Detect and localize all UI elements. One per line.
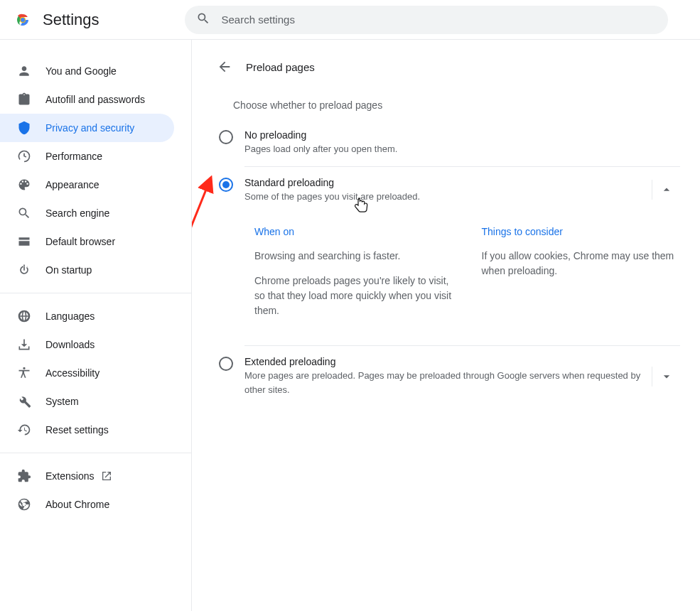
nav-item-search-engine[interactable]: Search engine <box>0 199 174 227</box>
option-extended-preloading[interactable]: Extended preloadingMore pages are preloa… <box>212 346 680 406</box>
nav-label: You and Google <box>45 65 117 77</box>
nav-item-privacy-and-security[interactable]: Privacy and security <box>0 114 174 142</box>
section-intro: Choose whether to preload pages <box>233 99 680 111</box>
details-text: Chrome preloads pages you're likely to v… <box>254 274 453 318</box>
settings-content: Preload pages Choose whether to preload … <box>192 40 700 611</box>
search-icon <box>196 11 210 28</box>
nav-label: Default browser <box>45 236 115 247</box>
clipboard-icon <box>17 92 31 107</box>
person-icon <box>17 64 31 78</box>
nav-item-on-startup[interactable]: On startup <box>0 256 174 284</box>
option-title: No preloading <box>244 129 680 141</box>
expand-toggle[interactable] <box>652 180 680 200</box>
external-link-icon <box>101 470 112 482</box>
nav-item-default-browser[interactable]: Default browser <box>0 227 174 256</box>
option-details: When onBrowsing and searching is faster.… <box>254 226 680 328</box>
download-icon <box>17 337 31 352</box>
nav-item-you-and-google[interactable]: You and Google <box>0 57 174 85</box>
details-heading-consider: Things to consider <box>482 226 681 237</box>
details-heading-when-on: When on <box>254 226 453 237</box>
window-icon <box>17 234 31 249</box>
nav-item-downloads[interactable]: Downloads <box>0 330 174 359</box>
nav-label: Reset settings <box>45 424 109 436</box>
details-text: Browsing and searching is faster. <box>254 249 453 264</box>
nav-item-performance[interactable]: Performance <box>0 142 174 171</box>
nav-item-appearance[interactable]: Appearance <box>0 171 174 199</box>
nav-item-extensions[interactable]: Extensions <box>0 462 174 490</box>
page-title: Preload pages <box>246 61 315 73</box>
app-header: Settings <box>0 0 700 40</box>
nav-item-reset-settings[interactable]: Reset settings <box>0 416 174 444</box>
svg-line-2 <box>192 179 210 260</box>
back-button[interactable] <box>212 54 237 80</box>
wrench-icon <box>17 394 31 409</box>
magnify-icon <box>17 206 31 220</box>
nav-label: Performance <box>45 151 102 162</box>
option-desc: Pages load only after you open them. <box>244 142 680 156</box>
nav-label: About Chrome <box>45 499 109 510</box>
option-desc: Some of the pages you visit are preloade… <box>244 190 646 204</box>
expand-toggle[interactable] <box>652 367 680 386</box>
chrome-outline-icon <box>17 497 31 512</box>
nav-label: Privacy and security <box>45 122 134 134</box>
globe-icon <box>17 309 31 323</box>
power-icon <box>17 263 31 277</box>
nav-item-languages[interactable]: Languages <box>0 302 174 330</box>
app-title: Settings <box>43 11 99 29</box>
nav-label: Search engine <box>45 207 109 219</box>
puzzle-icon <box>17 469 31 483</box>
radio-no-preloading[interactable] <box>219 130 233 144</box>
nav-label: Extensions <box>45 470 94 482</box>
nav-label: Autofill and passwords <box>45 94 145 105</box>
radio-extended-preloading[interactable] <box>219 357 233 371</box>
option-standard-preloading[interactable]: Standard preloadingSome of the pages you… <box>212 167 680 214</box>
nav-label: Languages <box>45 310 95 322</box>
shield-icon <box>17 121 31 135</box>
restore-icon <box>17 423 31 437</box>
nav-label: Accessibility <box>45 367 99 379</box>
settings-sidebar: You and GoogleAutofill and passwordsPriv… <box>0 40 192 611</box>
nav-item-accessibility[interactable]: Accessibility <box>0 359 174 387</box>
preload-options-list: No preloadingPages load only after you o… <box>212 119 680 406</box>
tachometer-icon <box>17 149 31 163</box>
nav-item-autofill-and-passwords[interactable]: Autofill and passwords <box>0 85 174 114</box>
nav-label: On startup <box>45 264 92 276</box>
search-settings-box[interactable] <box>185 6 668 34</box>
accessibility-icon <box>17 366 31 380</box>
option-no-preloading[interactable]: No preloadingPages load only after you o… <box>212 119 680 166</box>
details-text: If you allow cookies, Chrome may use the… <box>482 249 681 279</box>
option-title: Standard preloading <box>244 177 646 188</box>
svg-point-1 <box>21 18 25 22</box>
radio-standard-preloading[interactable] <box>219 178 233 192</box>
chrome-logo-icon <box>14 11 31 28</box>
nav-label: Downloads <box>45 339 95 350</box>
nav-item-about-chrome[interactable]: About Chrome <box>0 490 174 519</box>
option-desc: More pages are preloaded. Pages may be p… <box>244 369 646 396</box>
palette-icon <box>17 178 31 192</box>
nav-item-system[interactable]: System <box>0 387 174 416</box>
search-settings-input[interactable] <box>222 13 657 26</box>
nav-label: System <box>45 396 79 407</box>
option-title: Extended preloading <box>244 356 646 367</box>
nav-label: Appearance <box>45 179 99 190</box>
